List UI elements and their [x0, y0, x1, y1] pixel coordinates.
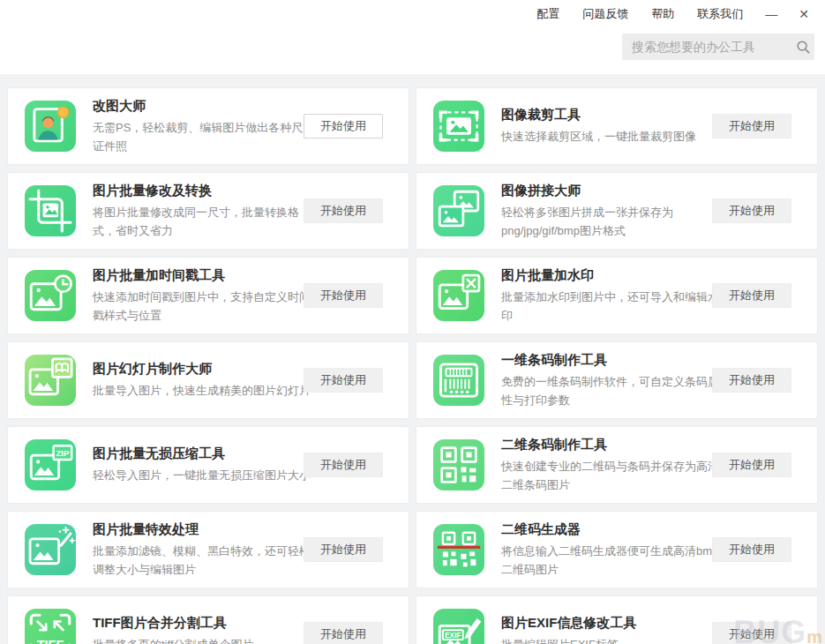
- start-button[interactable]: 开始使用: [712, 283, 791, 308]
- photo-zip-icon: ZIP: [25, 439, 76, 490]
- photo-effects-wand-icon: [25, 524, 76, 575]
- tool-title: 图片EXIF信息修改工具: [501, 615, 725, 631]
- start-button[interactable]: 开始使用: [304, 453, 383, 477]
- tool-title: 二维条码制作工具: [501, 437, 725, 453]
- tool-card: 图像拼接大师 轻松将多张图片拼成一张并保存为png/jpg/gif/bmp图片格…: [416, 172, 818, 250]
- crop-convert-icon: [25, 185, 76, 236]
- start-button[interactable]: 开始使用: [304, 283, 383, 308]
- start-button[interactable]: 开始使用: [304, 368, 383, 393]
- tool-card: EXIF 图片EXIF信息修改工具 批量编辑照片EXIF标签 开始使用: [416, 595, 818, 644]
- tool-card: 图片批量加水印 批量添加水印到图片中，还可导入和编辑水印 开始使用: [416, 257, 818, 334]
- start-button[interactable]: 开始使用: [712, 198, 791, 223]
- tool-desc: 无需PS，轻松裁剪、编辑图片做出各种尺寸证件照: [93, 118, 317, 155]
- tool-title: 二维码生成器: [501, 521, 725, 537]
- qrcode-icon: [433, 439, 484, 490]
- tool-card: ZIP 图片批量无损压缩工具 轻松导入图片，一键批量无损压缩图片大小 开始使用: [7, 426, 409, 504]
- tool-desc: 批量导入图片，快速生成精美的图片幻灯片: [93, 381, 317, 400]
- tool-card: 一维条码制作工具 免费的一维条码制作软件，可自定义条码属性与打印参数 开始使用: [416, 341, 818, 419]
- crop-area-icon: [433, 101, 484, 152]
- tool-desc: 快速添加时间戳到图片中，支持自定义时间戳样式与位置: [93, 288, 317, 325]
- menubar: 配置 问题反馈 帮助 联系我们 — ✕: [525, 3, 820, 26]
- tool-desc: 将图片批量修改成同一尺寸，批量转换格式，省时又省力: [93, 203, 317, 240]
- exif-edit-icon: EXIF: [433, 609, 484, 644]
- start-button[interactable]: 开始使用: [304, 198, 383, 223]
- tool-card: 图片批量特效处理 批量添加滤镜、模糊、黑白特效，还可轻松调整大小与编辑图片 开始…: [7, 511, 409, 588]
- menu-settings[interactable]: 配置: [525, 3, 571, 26]
- tool-card: 改图大师 无需PS，轻松裁剪、编辑图片做出各种尺寸证件照 开始使用: [7, 87, 409, 165]
- tool-title: 图像裁剪工具: [501, 107, 725, 123]
- tool-title: 图像拼接大师: [501, 183, 725, 198]
- tool-desc: 免费的一维条码制作软件，可自定义条码属性与打印参数: [501, 372, 725, 409]
- tool-card: 图像裁剪工具 快速选择裁剪区域，一键批量裁剪图像 开始使用: [416, 87, 818, 165]
- tool-title: TIFF图片合并分割工具: [93, 615, 317, 631]
- tool-desc: 快速选择裁剪区域，一键批量裁剪图像: [501, 127, 725, 146]
- tool-card: 图片批量修改及转换 将图片批量修改成同一尺寸，批量转换格式，省时又省力 开始使用: [7, 172, 409, 250]
- photo-watermark-icon: [433, 270, 484, 321]
- tool-desc: 将信息输入二维码生成器便可生成高清bmp二维码图片: [501, 542, 725, 579]
- tiff-split-icon: TIFF: [25, 609, 76, 644]
- menu-feedback[interactable]: 问题反馈: [571, 3, 640, 26]
- tool-desc: 批量将多页的tiff分割成单个图片: [93, 635, 317, 644]
- tool-card: 二维条码制作工具 快速创建专业的二维码与条码并保存为高清二维条码图片 开始使用: [416, 426, 818, 504]
- svg-text:TIFF: TIFF: [37, 638, 64, 644]
- start-button[interactable]: 开始使用: [304, 537, 383, 562]
- tool-card: 图片批量加时间戳工具 快速添加时间戳到图片中，支持自定义时间戳样式与位置 开始使…: [7, 257, 409, 334]
- search-icon[interactable]: [791, 40, 814, 55]
- svg-text:EXIF: EXIF: [445, 631, 461, 640]
- tool-title: 图片批量加时间戳工具: [93, 267, 317, 283]
- tool-card: 二维码生成器 将信息输入二维码生成器便可生成高清bmp二维码图片 开始使用: [416, 511, 818, 588]
- tool-card: TIFF TIFF图片合并分割工具 批量将多页的tiff分割成单个图片 开始使用: [7, 595, 409, 644]
- tool-grid: 改图大师 无需PS，轻松裁剪、编辑图片做出各种尺寸证件照 开始使用 图像裁剪工具…: [7, 87, 818, 644]
- tool-title: 图片批量修改及转换: [93, 183, 317, 198]
- start-button[interactable]: 开始使用: [304, 622, 383, 644]
- tool-desc: 快速创建专业的二维码与条码并保存为高清二维条码图片: [501, 457, 725, 494]
- tool-title: 改图大师: [93, 98, 317, 114]
- photo-slideshow-icon: [25, 355, 76, 406]
- tool-desc: 批量添加滤镜、模糊、黑白特效，还可轻松调整大小与编辑图片: [93, 542, 317, 579]
- tool-card: 图片幻灯片制作大师 批量导入图片，快速生成精美的图片幻灯片 开始使用: [7, 341, 409, 419]
- start-button[interactable]: 开始使用: [712, 537, 791, 562]
- menu-contact[interactable]: 联系我们: [686, 3, 754, 26]
- photo-stitch-icon: [433, 185, 484, 236]
- close-button[interactable]: ✕: [788, 5, 820, 23]
- tool-desc: 轻松导入图片，一键批量无损压缩图片大小: [93, 466, 317, 484]
- tool-title: 一维条码制作工具: [501, 352, 725, 368]
- svg-text:ZIP: ZIP: [56, 448, 70, 458]
- start-button[interactable]: 开始使用: [712, 622, 791, 644]
- start-button[interactable]: 开始使用: [712, 453, 791, 477]
- photo-clock-icon: [25, 270, 76, 321]
- tool-title: 图片批量无损压缩工具: [93, 446, 317, 461]
- menu-help[interactable]: 帮助: [640, 3, 686, 26]
- tool-desc: 批量编辑照片EXIF标签: [501, 635, 725, 644]
- search-input[interactable]: [622, 40, 791, 54]
- search-box[interactable]: [622, 34, 814, 60]
- start-button[interactable]: 开始使用: [712, 114, 791, 139]
- barcode-icon: [433, 355, 484, 406]
- start-button[interactable]: 开始使用: [304, 114, 383, 139]
- tool-desc: 轻松将多张图片拼成一张并保存为png/jpg/gif/bmp图片格式: [501, 203, 725, 240]
- portrait-photo-icon: [25, 101, 76, 152]
- minimize-button[interactable]: —: [754, 5, 788, 23]
- tool-desc: 批量添加水印到图片中，还可导入和编辑水印: [501, 288, 725, 325]
- titlebar: 配置 问题反馈 帮助 联系我们 — ✕: [0, 0, 825, 74]
- start-button[interactable]: 开始使用: [712, 368, 791, 393]
- tool-title: 图片批量加水印: [501, 267, 725, 283]
- tool-title: 图片批量特效处理: [93, 521, 317, 537]
- tool-title: 图片幻灯片制作大师: [93, 361, 317, 377]
- qrcode-scan-icon: [433, 524, 484, 575]
